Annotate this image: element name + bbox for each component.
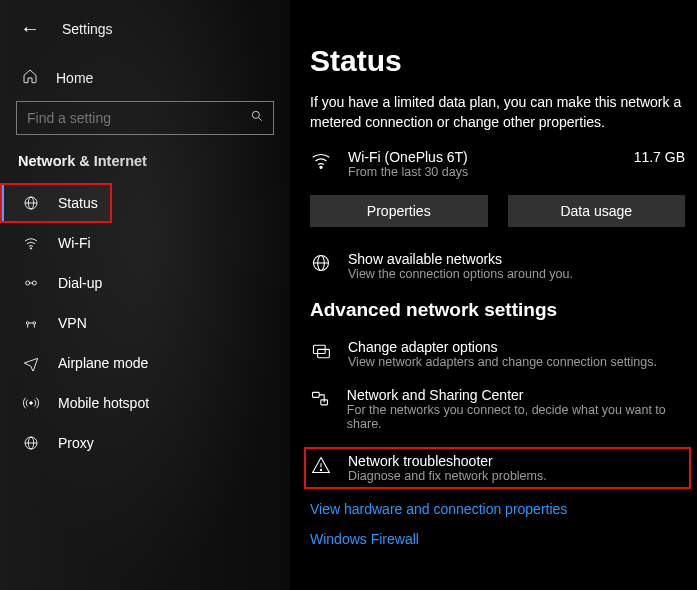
svg-point-9 [33, 322, 36, 325]
globe-icon [310, 251, 332, 273]
sidebar-item-label: Dial-up [58, 275, 102, 291]
home-nav[interactable]: Home [0, 52, 290, 101]
properties-button[interactable]: Properties [310, 195, 488, 227]
sidebar-item-label: Airplane mode [58, 355, 148, 371]
svg-point-8 [26, 322, 29, 325]
option-desc: For the networks you connect to, decide … [347, 403, 685, 431]
change-adapter-options[interactable]: Change adapter options View network adap… [310, 339, 685, 369]
sidebar-item-hotspot[interactable]: Mobile hotspot [0, 383, 290, 423]
adapter-icon [310, 339, 332, 361]
svg-point-5 [30, 248, 31, 249]
vpn-icon [22, 315, 40, 331]
wifi-icon [22, 235, 40, 251]
dialup-icon [22, 275, 40, 291]
search-wrap [0, 101, 290, 153]
sidebar-item-label: Mobile hotspot [58, 395, 149, 411]
option-desc: View the connection options around you. [348, 267, 573, 281]
option-desc: Diagnose and fix network problems. [348, 469, 547, 483]
sidebar-item-vpn[interactable]: VPN [0, 303, 290, 343]
wifi-signal-icon [310, 149, 332, 175]
globe-icon [22, 195, 40, 211]
proxy-icon [22, 435, 40, 451]
option-title: Network troubleshooter [348, 453, 547, 469]
option-title: Network and Sharing Center [347, 387, 685, 403]
wifi-data-usage: 11.7 GB [625, 149, 685, 165]
wifi-connection-sub: From the last 30 days [348, 165, 609, 179]
svg-line-1 [259, 118, 262, 121]
sidebar-item-dialup[interactable]: Dial-up [0, 263, 290, 303]
svg-point-10 [30, 402, 33, 405]
sidebar-item-label: Status [58, 195, 98, 211]
windows-firewall-link[interactable]: Windows Firewall [310, 531, 685, 547]
settings-title: Settings [62, 21, 113, 37]
svg-rect-20 [313, 392, 320, 397]
main-content: Status If you have a limited data plan, … [290, 0, 697, 590]
hotspot-icon [22, 395, 40, 411]
svg-point-23 [320, 469, 321, 470]
data-usage-button[interactable]: Data usage [508, 195, 686, 227]
page-title: Status [310, 44, 685, 78]
sidebar-item-wifi[interactable]: Wi-Fi [0, 223, 290, 263]
sidebar-item-label: VPN [58, 315, 87, 331]
sharing-icon [310, 387, 331, 409]
sidebar-item-label: Proxy [58, 435, 94, 451]
wifi-connection-name: Wi-Fi (OnePlus 6T) [348, 149, 609, 165]
option-desc: View network adapters and change connect… [348, 355, 657, 369]
home-label: Home [56, 70, 93, 86]
home-icon [22, 68, 38, 87]
search-icon [250, 109, 264, 127]
network-sharing-center[interactable]: Network and Sharing Center For the netwo… [310, 387, 685, 431]
warning-icon [310, 453, 332, 475]
sidebar-item-label: Wi-Fi [58, 235, 91, 251]
sidebar-item-status[interactable]: Status [0, 183, 112, 223]
svg-point-0 [252, 111, 259, 118]
wifi-usage-row: Wi-Fi (OnePlus 6T) From the last 30 days… [310, 149, 685, 189]
sidebar-item-proxy[interactable]: Proxy [0, 423, 290, 463]
sidebar-item-airplane[interactable]: Airplane mode [0, 343, 290, 383]
view-hardware-link[interactable]: View hardware and connection properties [310, 501, 685, 517]
limited-plan-text: If you have a limited data plan, you can… [310, 92, 685, 133]
network-troubleshooter[interactable]: Network troubleshooter Diagnose and fix … [306, 449, 689, 487]
search-input[interactable] [16, 101, 274, 135]
advanced-settings-title: Advanced network settings [310, 299, 685, 321]
svg-point-14 [320, 166, 322, 168]
option-title: Change adapter options [348, 339, 657, 355]
section-title: Network & Internet [0, 153, 290, 183]
svg-point-7 [32, 281, 36, 285]
airplane-icon [22, 355, 40, 371]
sidebar: ← Settings Home Network & Internet Statu… [0, 0, 290, 590]
option-title: Show available networks [348, 251, 573, 267]
show-available-networks[interactable]: Show available networks View the connect… [310, 251, 685, 281]
back-button[interactable]: ← [20, 17, 40, 40]
svg-point-6 [26, 281, 30, 285]
